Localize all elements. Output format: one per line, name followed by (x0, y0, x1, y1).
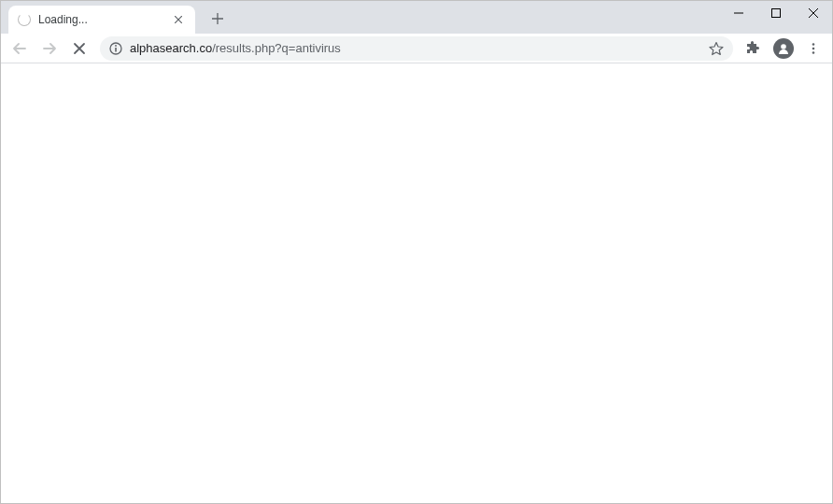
tab-strip: Loading... (1, 1, 832, 34)
svg-point-6 (812, 47, 815, 49)
window-minimize-button[interactable] (720, 1, 757, 25)
site-info-button[interactable] (109, 42, 122, 55)
profile-button[interactable] (770, 35, 797, 62)
extensions-button[interactable] (741, 35, 767, 62)
forward-button[interactable] (36, 35, 63, 62)
back-arrow-icon (12, 41, 27, 56)
svg-point-2 (115, 45, 117, 47)
svg-point-5 (812, 43, 815, 46)
svg-rect-0 (772, 9, 781, 18)
bookmark-button[interactable] (709, 41, 724, 56)
star-icon (709, 41, 724, 56)
minimize-icon (734, 8, 743, 18)
url-host: alphasearch.co (130, 41, 212, 55)
svg-rect-3 (115, 48, 117, 52)
url-path: /results.php?q=antivirus (212, 41, 341, 55)
dots-vertical-icon (807, 42, 820, 55)
svg-point-4 (781, 44, 786, 49)
close-icon (175, 16, 182, 23)
maximize-icon (771, 8, 781, 18)
stop-button[interactable] (66, 35, 92, 62)
loading-spinner-icon (18, 13, 31, 26)
plus-icon (212, 13, 223, 24)
close-icon (809, 8, 818, 18)
svg-point-7 (812, 51, 815, 54)
new-tab-button[interactable] (205, 6, 231, 32)
window-controls (720, 1, 832, 25)
puzzle-piece-icon (746, 41, 761, 56)
address-bar[interactable]: alphasearch.co/results.php?q=antivirus (100, 36, 733, 61)
window-maximize-button[interactable] (757, 1, 795, 25)
close-icon (73, 42, 86, 55)
tab-close-button[interactable] (171, 12, 186, 27)
menu-button[interactable] (800, 35, 826, 62)
browser-tab[interactable]: Loading... (8, 6, 195, 34)
page-content (1, 63, 832, 503)
forward-arrow-icon (42, 41, 57, 56)
back-button[interactable] (7, 35, 33, 62)
browser-toolbar: alphasearch.co/results.php?q=antivirus (1, 34, 832, 63)
window-close-button[interactable] (795, 1, 832, 25)
avatar-icon (773, 38, 794, 59)
tab-title: Loading... (38, 13, 165, 26)
url-text: alphasearch.co/results.php?q=antivirus (130, 41, 701, 55)
info-icon (109, 42, 122, 55)
